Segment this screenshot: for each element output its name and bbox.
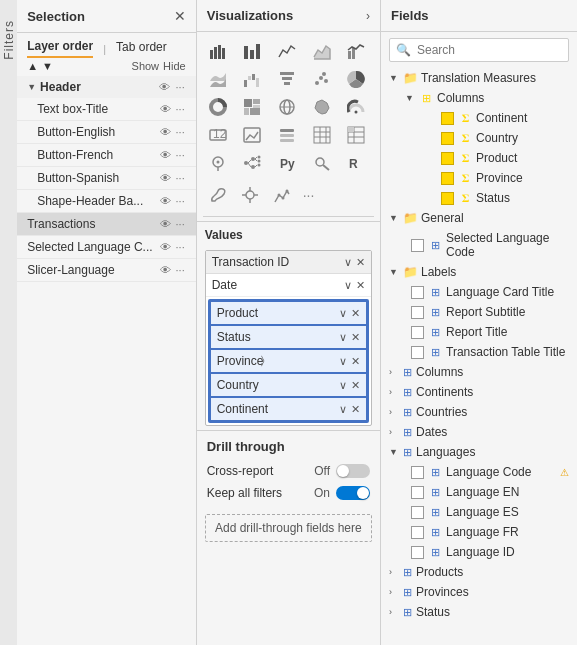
transaction-table-title-checkbox[interactable] — [411, 346, 424, 359]
field-chevron-button[interactable]: ∨ — [339, 379, 347, 392]
list-item[interactable]: Button-English 👁 ··· — [17, 121, 196, 144]
item-more-icon[interactable]: ··· — [175, 241, 186, 253]
lang-fr-checkbox[interactable] — [411, 526, 424, 539]
list-item[interactable]: ⊞ Language ID — [381, 542, 577, 562]
field-chevron-button[interactable]: ∨ — [344, 256, 352, 269]
columns-table-header[interactable]: › ⊞ Columns — [381, 362, 577, 382]
report-title-checkbox[interactable] — [411, 326, 424, 339]
search-input[interactable] — [417, 43, 567, 57]
countries-header[interactable]: › ⊞ Countries — [381, 402, 577, 422]
item-eye-icon[interactable]: 👁 — [159, 218, 172, 230]
transaction-id-field[interactable]: Transaction ID ∨ ✕ — [206, 251, 371, 274]
viz-column-chart-icon[interactable] — [237, 38, 267, 64]
translation-measures-header[interactable]: ▼ 📁 Translation Measures — [381, 68, 577, 88]
list-item[interactable]: Slicer-Language 👁 ··· — [17, 259, 196, 282]
field-chevron-button[interactable]: ∨ — [339, 355, 347, 368]
item-eye-icon[interactable]: 👁 — [159, 195, 172, 207]
viz-treemap-icon[interactable] — [237, 94, 267, 120]
viz-area-chart-icon[interactable] — [307, 38, 337, 64]
viz-python-icon[interactable]: Py — [272, 150, 302, 176]
list-item[interactable]: Transactions 👁 ··· — [17, 213, 196, 236]
list-item[interactable]: ⊞ Language FR — [381, 522, 577, 542]
columns-subgroup-header[interactable]: ▼ ⊞ Columns — [397, 88, 577, 108]
status-checkbox[interactable] — [441, 192, 454, 205]
viz-gauge-icon[interactable] — [341, 94, 371, 120]
list-item[interactable]: ⊞ Language Card Title — [381, 282, 577, 302]
field-chevron-button[interactable]: ∨ — [339, 403, 347, 416]
viz-card-icon[interactable]: 123 — [203, 122, 233, 148]
lang-id-checkbox[interactable] — [411, 546, 424, 559]
list-item[interactable]: ⊞ Language EN — [381, 482, 577, 502]
viz-ribbon-chart-icon[interactable] — [203, 66, 233, 92]
general-group-header[interactable]: ▼ 📁 General — [381, 208, 577, 228]
labels-group-header[interactable]: ▼ 📁 Labels — [381, 262, 577, 282]
item-more-icon[interactable]: ··· — [175, 264, 186, 276]
list-item[interactable]: 𝚺 Product — [397, 148, 577, 168]
list-item[interactable]: ⊞ Report Title — [381, 322, 577, 342]
list-item[interactable]: 𝚺 Continent — [397, 108, 577, 128]
viz-kpi-icon[interactable] — [237, 122, 267, 148]
header-section[interactable]: ▼ Header 👁 ··· — [17, 76, 196, 98]
list-item[interactable]: Button-Spanish 👁 ··· — [17, 167, 196, 190]
viz-donut-icon[interactable] — [203, 94, 233, 120]
field-remove-button[interactable]: ✕ — [351, 379, 360, 392]
list-item[interactable]: Shape-Header Ba... 👁 ··· — [17, 190, 196, 213]
cross-report-track[interactable] — [336, 464, 370, 478]
viz-slicer-icon[interactable] — [272, 122, 302, 148]
viz-waterfall-icon[interactable] — [237, 66, 267, 92]
show-button[interactable]: Show — [132, 60, 160, 72]
viz-table-icon[interactable] — [307, 122, 337, 148]
continent-checkbox[interactable] — [441, 112, 454, 125]
item-eye-icon[interactable]: 👁 — [159, 103, 172, 115]
field-remove-button[interactable]: ✕ — [351, 355, 360, 368]
viz-format-icon[interactable] — [235, 182, 265, 208]
status-field[interactable]: Status ∨ ✕ — [210, 325, 367, 349]
keep-filters-track[interactable] — [336, 486, 370, 500]
continents-header[interactable]: › ⊞ Continents — [381, 382, 577, 402]
field-remove-button[interactable]: ✕ — [356, 256, 365, 269]
tab-layer-order[interactable]: Layer order — [27, 39, 93, 58]
list-item[interactable]: 𝚺 Country — [397, 128, 577, 148]
item-more-icon[interactable]: ··· — [175, 195, 186, 207]
viz-scatter-icon[interactable] — [307, 66, 337, 92]
province-checkbox[interactable] — [441, 172, 454, 185]
item-eye-icon[interactable]: 👁 — [159, 241, 172, 253]
lang-es-checkbox[interactable] — [411, 506, 424, 519]
viz-map-icon[interactable] — [272, 94, 302, 120]
field-chevron-button[interactable]: ∨ — [339, 307, 347, 320]
status-table-header[interactable]: › ⊞ Status — [381, 602, 577, 622]
sort-down-button[interactable]: ▼ — [42, 61, 53, 72]
province-field[interactable]: Province 〉 ∨ ✕ — [210, 349, 367, 373]
item-more-icon[interactable]: ··· — [175, 126, 186, 138]
viz-filled-map-icon[interactable] — [307, 94, 337, 120]
viz-funnel-icon[interactable] — [272, 66, 302, 92]
item-more-icon[interactable]: ··· — [175, 172, 186, 184]
viz-decomp-tree-icon[interactable] — [237, 150, 267, 176]
sort-up-button[interactable]: ▲ — [27, 61, 38, 72]
dates-header[interactable]: › ⊞ Dates — [381, 422, 577, 442]
list-item[interactable]: ⊞ Transaction Table Title — [381, 342, 577, 362]
more-viz-icon[interactable]: ··· — [299, 187, 319, 203]
field-remove-button[interactable]: ✕ — [356, 279, 365, 292]
selection-close-button[interactable]: ✕ — [174, 8, 186, 24]
provinces-header[interactable]: › ⊞ Provinces — [381, 582, 577, 602]
product-checkbox[interactable] — [441, 152, 454, 165]
product-field[interactable]: Product ∨ ✕ — [210, 301, 367, 325]
lang-card-title-checkbox[interactable] — [411, 286, 424, 299]
hide-button[interactable]: Hide — [163, 60, 186, 72]
viz-key-influencer-icon[interactable] — [307, 150, 337, 176]
item-eye-icon[interactable]: 👁 — [159, 264, 172, 276]
field-chevron-button[interactable]: ∨ — [339, 331, 347, 344]
header-eye-icon[interactable]: 👁 — [158, 81, 171, 93]
list-item[interactable]: Button-French 👁 ··· — [17, 144, 196, 167]
viz-matrix-icon[interactable] — [341, 122, 371, 148]
item-eye-icon[interactable]: 👁 — [159, 126, 172, 138]
country-field[interactable]: Country ∨ ✕ — [210, 373, 367, 397]
languages-header[interactable]: ▼ ⊞ Languages — [381, 442, 577, 462]
list-item[interactable]: Selected Language C... 👁 ··· — [17, 236, 196, 259]
expand-icon[interactable]: › — [366, 9, 370, 23]
viz-line-chart-icon[interactable] — [272, 38, 302, 64]
viz-combo-chart-icon[interactable] — [341, 38, 371, 64]
country-checkbox[interactable] — [441, 132, 454, 145]
field-remove-button[interactable]: ✕ — [351, 403, 360, 416]
